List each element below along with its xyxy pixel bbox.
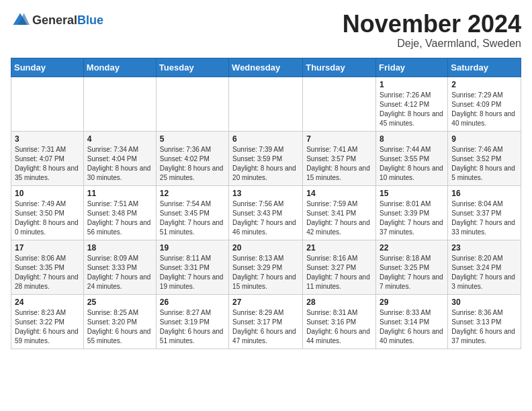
day-info: Sunrise: 8:33 AM Sunset: 3:14 PM Dayligh…	[380, 308, 444, 346]
calendar-cell: 26Sunrise: 8:27 AM Sunset: 3:19 PM Dayli…	[156, 294, 228, 349]
calendar-cell: 29Sunrise: 8:33 AM Sunset: 3:14 PM Dayli…	[376, 294, 448, 349]
day-number: 23	[451, 243, 517, 253]
calendar-cell: 10Sunrise: 7:49 AM Sunset: 3:50 PM Dayli…	[11, 185, 84, 240]
weekday-header-thursday: Thursday	[303, 58, 376, 77]
day-number: 18	[87, 243, 152, 253]
day-info: Sunrise: 7:41 AM Sunset: 3:57 PM Dayligh…	[306, 145, 372, 183]
calendar-cell: 17Sunrise: 8:06 AM Sunset: 3:35 PM Dayli…	[11, 240, 84, 294]
day-info: Sunrise: 8:16 AM Sunset: 3:27 PM Dayligh…	[306, 254, 372, 291]
day-number: 27	[232, 298, 299, 307]
calendar-cell: 27Sunrise: 8:29 AM Sunset: 3:17 PM Dayli…	[229, 294, 303, 349]
calendar: SundayMondayTuesdayWednesdayThursdayFrid…	[11, 58, 521, 349]
day-number: 8	[380, 134, 444, 144]
calendar-cell: 25Sunrise: 8:25 AM Sunset: 3:20 PM Dayli…	[83, 294, 156, 349]
weekday-header-wednesday: Wednesday	[229, 58, 303, 77]
header: GeneralBlue November 2024 Deje, Vaermlan…	[11, 11, 521, 50]
day-number: 7	[306, 134, 372, 144]
weekday-header-row: SundayMondayTuesdayWednesdayThursdayFrid…	[11, 58, 521, 77]
day-number: 17	[15, 243, 80, 253]
day-number: 20	[232, 243, 299, 253]
day-number: 12	[160, 189, 225, 198]
calendar-cell: 5Sunrise: 7:36 AM Sunset: 4:02 PM Daylig…	[156, 131, 228, 185]
weekday-header-friday: Friday	[376, 58, 448, 77]
day-number: 14	[306, 189, 372, 198]
calendar-cell: 21Sunrise: 8:16 AM Sunset: 3:27 PM Dayli…	[303, 240, 376, 294]
day-info: Sunrise: 8:09 AM Sunset: 3:33 PM Dayligh…	[87, 254, 152, 291]
day-number: 28	[306, 298, 372, 307]
day-info: Sunrise: 8:01 AM Sunset: 3:39 PM Dayligh…	[380, 199, 444, 237]
calendar-cell: 14Sunrise: 7:59 AM Sunset: 3:41 PM Dayli…	[303, 185, 376, 240]
day-info: Sunrise: 8:31 AM Sunset: 3:16 PM Dayligh…	[306, 308, 372, 346]
month-title: November 2024	[343, 11, 521, 38]
calendar-body: 1Sunrise: 7:26 AM Sunset: 4:12 PM Daylig…	[11, 77, 521, 349]
day-info: Sunrise: 7:46 AM Sunset: 3:52 PM Dayligh…	[451, 145, 517, 183]
calendar-cell	[229, 77, 303, 131]
calendar-cell: 19Sunrise: 8:11 AM Sunset: 3:31 PM Dayli…	[156, 240, 228, 294]
calendar-cell: 15Sunrise: 8:01 AM Sunset: 3:39 PM Dayli…	[376, 185, 448, 240]
day-info: Sunrise: 8:36 AM Sunset: 3:13 PM Dayligh…	[451, 308, 517, 346]
day-info: Sunrise: 7:26 AM Sunset: 4:12 PM Dayligh…	[380, 91, 444, 128]
day-info: Sunrise: 8:04 AM Sunset: 3:37 PM Dayligh…	[451, 199, 517, 237]
calendar-cell: 28Sunrise: 8:31 AM Sunset: 3:16 PM Dayli…	[303, 294, 376, 349]
day-info: Sunrise: 8:06 AM Sunset: 3:35 PM Dayligh…	[15, 254, 80, 291]
day-number: 19	[160, 243, 225, 253]
calendar-cell: 22Sunrise: 8:18 AM Sunset: 3:25 PM Dayli…	[376, 240, 448, 294]
week-row-3: 10Sunrise: 7:49 AM Sunset: 3:50 PM Dayli…	[11, 185, 521, 240]
calendar-cell: 6Sunrise: 7:39 AM Sunset: 3:59 PM Daylig…	[229, 131, 303, 185]
calendar-cell: 30Sunrise: 8:36 AM Sunset: 3:13 PM Dayli…	[448, 294, 521, 349]
week-row-1: 1Sunrise: 7:26 AM Sunset: 4:12 PM Daylig…	[11, 77, 521, 131]
calendar-cell: 11Sunrise: 7:51 AM Sunset: 3:48 PM Dayli…	[83, 185, 156, 240]
week-row-5: 24Sunrise: 8:23 AM Sunset: 3:22 PM Dayli…	[11, 294, 521, 349]
day-number: 5	[160, 134, 225, 144]
day-info: Sunrise: 7:31 AM Sunset: 4:07 PM Dayligh…	[15, 145, 80, 183]
day-number: 22	[380, 243, 444, 253]
calendar-cell: 9Sunrise: 7:46 AM Sunset: 3:52 PM Daylig…	[448, 131, 521, 185]
day-number: 30	[451, 298, 517, 307]
day-info: Sunrise: 7:36 AM Sunset: 4:02 PM Dayligh…	[160, 145, 225, 183]
day-info: Sunrise: 7:49 AM Sunset: 3:50 PM Dayligh…	[15, 199, 80, 237]
calendar-cell: 23Sunrise: 8:20 AM Sunset: 3:24 PM Dayli…	[448, 240, 521, 294]
calendar-cell: 18Sunrise: 8:09 AM Sunset: 3:33 PM Dayli…	[83, 240, 156, 294]
day-number: 16	[451, 189, 517, 198]
calendar-cell: 12Sunrise: 7:54 AM Sunset: 3:45 PM Dayli…	[156, 185, 228, 240]
day-info: Sunrise: 8:29 AM Sunset: 3:17 PM Dayligh…	[232, 308, 299, 346]
day-info: Sunrise: 8:27 AM Sunset: 3:19 PM Dayligh…	[160, 308, 225, 346]
location-title: Deje, Vaermland, Sweden	[343, 38, 521, 50]
day-number: 6	[232, 134, 299, 144]
day-number: 3	[15, 134, 80, 144]
week-row-2: 3Sunrise: 7:31 AM Sunset: 4:07 PM Daylig…	[11, 131, 521, 185]
day-info: Sunrise: 7:44 AM Sunset: 3:55 PM Dayligh…	[380, 145, 444, 183]
day-number: 10	[15, 189, 80, 198]
calendar-cell: 1Sunrise: 7:26 AM Sunset: 4:12 PM Daylig…	[376, 77, 448, 131]
day-number: 2	[451, 80, 517, 89]
week-row-4: 17Sunrise: 8:06 AM Sunset: 3:35 PM Dayli…	[11, 240, 521, 294]
logo-text-blue: Blue	[77, 13, 103, 27]
calendar-cell	[83, 77, 156, 131]
day-info: Sunrise: 7:54 AM Sunset: 3:45 PM Dayligh…	[160, 199, 225, 237]
calendar-cell	[11, 77, 84, 131]
day-number: 1	[380, 80, 444, 89]
calendar-cell: 8Sunrise: 7:44 AM Sunset: 3:55 PM Daylig…	[376, 131, 448, 185]
day-info: Sunrise: 8:18 AM Sunset: 3:25 PM Dayligh…	[380, 254, 444, 291]
calendar-cell: 4Sunrise: 7:34 AM Sunset: 4:04 PM Daylig…	[83, 131, 156, 185]
day-number: 21	[306, 243, 372, 253]
logo-icon	[11, 11, 30, 30]
day-number: 15	[380, 189, 444, 198]
title-area: November 2024 Deje, Vaermland, Sweden	[343, 11, 521, 50]
day-info: Sunrise: 8:13 AM Sunset: 3:29 PM Dayligh…	[232, 254, 299, 291]
day-number: 11	[87, 189, 152, 198]
day-number: 29	[380, 298, 444, 307]
day-number: 9	[451, 134, 517, 144]
day-number: 26	[160, 298, 225, 307]
calendar-cell: 20Sunrise: 8:13 AM Sunset: 3:29 PM Dayli…	[229, 240, 303, 294]
logo: GeneralBlue	[11, 11, 103, 30]
weekday-header-sunday: Sunday	[11, 58, 84, 77]
day-number: 24	[15, 298, 80, 307]
day-info: Sunrise: 7:51 AM Sunset: 3:48 PM Dayligh…	[87, 199, 152, 237]
weekday-header-monday: Monday	[83, 58, 156, 77]
calendar-cell: 3Sunrise: 7:31 AM Sunset: 4:07 PM Daylig…	[11, 131, 84, 185]
calendar-cell: 24Sunrise: 8:23 AM Sunset: 3:22 PM Dayli…	[11, 294, 84, 349]
calendar-cell: 7Sunrise: 7:41 AM Sunset: 3:57 PM Daylig…	[303, 131, 376, 185]
day-info: Sunrise: 8:25 AM Sunset: 3:20 PM Dayligh…	[87, 308, 152, 346]
logo-text-general: General	[32, 13, 77, 27]
